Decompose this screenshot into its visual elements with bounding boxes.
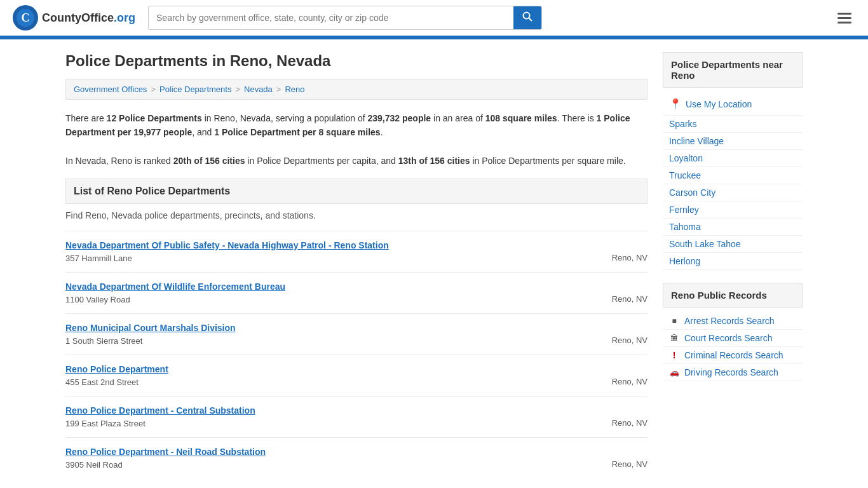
- dept-location: Reno, NV: [599, 240, 648, 262]
- breadcrumb-sep-1: >: [151, 85, 156, 94]
- sidebar-item-loyalton[interactable]: Loyalton: [663, 150, 803, 167]
- sidebar-item-fernley[interactable]: Fernley: [663, 201, 803, 219]
- court-records-link[interactable]: Court Records Search: [684, 333, 773, 343]
- breadcrumb-sep-3: >: [276, 85, 281, 94]
- dept-location: Reno, NV: [599, 281, 648, 304]
- dept-name-link[interactable]: Reno Police Department - Neil Road Subst…: [65, 447, 599, 457]
- sidebar-records-section: Reno Public Records ■ Arrest Records Sea…: [663, 283, 803, 381]
- dept-location: Reno, NV: [599, 364, 648, 386]
- dept-info: Reno Municipal Court Marshals Division 1…: [65, 323, 599, 346]
- breadcrumb: Government Offices > Police Departments …: [65, 79, 648, 100]
- dept-address: 3905 Neil Road: [65, 460, 123, 470]
- sidebar-use-location[interactable]: 📍 Use My Location: [663, 93, 803, 116]
- rank2: 13th of 156 cities: [398, 156, 470, 166]
- sidebar-item-tahoma[interactable]: Tahoma: [663, 219, 803, 236]
- dept-info: Nevada Department Of Public Safety - Nev…: [65, 240, 599, 263]
- dept-count: 12 Police Departments: [107, 113, 202, 123]
- svg-line-4: [529, 18, 532, 22]
- breadcrumb-nevada[interactable]: Nevada: [244, 85, 273, 94]
- dept-info: Nevada Department Of Wildlife Enforcemen…: [65, 281, 599, 304]
- dept-info: Reno Police Department - Neil Road Subst…: [65, 447, 599, 470]
- table-row: Reno Police Department - Neil Road Subst…: [65, 437, 648, 478]
- logo-text: CountyOffice.org: [42, 11, 135, 25]
- svg-text:C: C: [22, 11, 30, 24]
- dept-address: 455 East 2nd Street: [65, 377, 139, 387]
- search-input[interactable]: [149, 6, 513, 29]
- table-row: Reno Police Department - Central Substat…: [65, 396, 648, 437]
- sidebar-records-title: Reno Public Records: [663, 283, 803, 308]
- breadcrumb-gov-offices[interactable]: Government Offices: [74, 85, 147, 94]
- rank1: 20th of 156 cities: [173, 156, 245, 166]
- search-container: [148, 6, 542, 30]
- breadcrumb-reno[interactable]: Reno: [285, 85, 304, 94]
- use-location-label: Use My Location: [686, 99, 752, 109]
- sidebar-item-south-lake-tahoe[interactable]: South Lake Tahoe: [663, 236, 803, 253]
- sidebar-item-truckee[interactable]: Truckee: [663, 167, 803, 184]
- list-item[interactable]: 🚗 Driving Records Search: [663, 364, 803, 381]
- page-title: Police Departments in Reno, Nevada: [65, 52, 648, 70]
- criminal-records-link[interactable]: Criminal Records Search: [684, 350, 783, 360]
- breadcrumb-sep-2: >: [235, 85, 240, 94]
- dept-address: 357 Hammill Lane: [65, 254, 132, 263]
- sidebar-item-incline-village[interactable]: Incline Village: [663, 133, 803, 150]
- search-icon: [522, 11, 532, 22]
- list-item[interactable]: 🏛 Court Records Search: [663, 330, 803, 347]
- dept-location: Reno, NV: [599, 405, 648, 428]
- dept-address: 1 South Sierra Street: [65, 336, 142, 346]
- logo-icon: C: [13, 5, 38, 30]
- svg-point-3: [524, 13, 530, 19]
- dept-info: Reno Police Department - Central Substat…: [65, 405, 599, 428]
- list-item[interactable]: ■ Arrest Records Search: [663, 313, 803, 330]
- dept-name-link[interactable]: Reno Municipal Court Marshals Division: [65, 323, 599, 333]
- driving-records-link[interactable]: Driving Records Search: [684, 367, 778, 377]
- area: 108 square miles: [485, 113, 557, 123]
- description: There are 12 Police Departments in Reno,…: [65, 111, 648, 168]
- dept-location: Reno, NV: [599, 447, 648, 469]
- dept-address: 1100 Valley Road: [65, 295, 130, 304]
- hamburger-menu-icon[interactable]: [834, 9, 855, 27]
- table-row: Nevada Department Of Wildlife Enforcemen…: [65, 272, 648, 313]
- dept-name-link[interactable]: Nevada Department Of Wildlife Enforcemen…: [65, 281, 599, 292]
- list-section-header: List of Reno Police Departments: [65, 179, 648, 204]
- table-row: Nevada Department Of Public Safety - Nev…: [65, 231, 648, 272]
- dept-address: 199 East Plaza Street: [65, 419, 146, 428]
- sidebar-nearby-section: Police Departments near Reno 📍 Use My Lo…: [663, 52, 803, 270]
- table-row: Reno Municipal Court Marshals Division 1…: [65, 313, 648, 355]
- dept-name-link[interactable]: Nevada Department Of Public Safety - Nev…: [65, 240, 599, 250]
- dept-location: Reno, NV: [599, 323, 648, 345]
- dept-info: Reno Police Department 455 East 2nd Stre…: [65, 364, 599, 387]
- list-subtitle: Find Reno, Nevada police departments, pr…: [65, 210, 648, 220]
- department-list: Nevada Department Of Public Safety - Nev…: [65, 231, 648, 478]
- logo-area[interactable]: C CountyOffice.org: [13, 5, 135, 30]
- table-row: Reno Police Department 455 East 2nd Stre…: [65, 355, 648, 396]
- population: 239,732 people: [368, 113, 431, 123]
- per-sq: 1 Police Department per 8 square miles: [214, 127, 380, 137]
- criminal-records-icon: !: [669, 350, 679, 360]
- arrest-records-link[interactable]: Arrest Records Search: [684, 316, 775, 326]
- sidebar-item-carson-city[interactable]: Carson City: [663, 184, 803, 201]
- main-layout: Police Departments in Reno, Nevada Gover…: [53, 39, 815, 488]
- header: C CountyOffice.org: [0, 0, 868, 37]
- location-pin-icon: 📍: [669, 98, 682, 110]
- breadcrumb-police-depts[interactable]: Police Departments: [159, 85, 231, 94]
- sidebar: Police Departments near Reno 📍 Use My Lo…: [663, 52, 803, 478]
- court-records-icon: 🏛: [669, 333, 679, 343]
- driving-records-icon: 🚗: [669, 367, 679, 377]
- content-area: Police Departments in Reno, Nevada Gover…: [65, 52, 648, 478]
- arrest-records-icon: ■: [669, 316, 679, 326]
- dept-name-link[interactable]: Reno Police Department - Central Substat…: [65, 405, 599, 416]
- dept-name-link[interactable]: Reno Police Department: [65, 364, 599, 374]
- sidebar-nearby-title: Police Departments near Reno: [663, 52, 803, 88]
- sidebar-item-sparks[interactable]: Sparks: [663, 116, 803, 133]
- list-item[interactable]: ! Criminal Records Search: [663, 347, 803, 364]
- search-button[interactable]: [513, 6, 541, 29]
- sidebar-item-herlong[interactable]: Herlong: [663, 253, 803, 270]
